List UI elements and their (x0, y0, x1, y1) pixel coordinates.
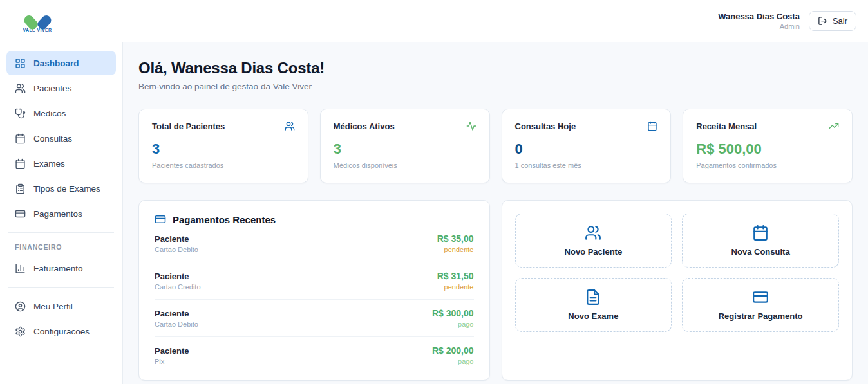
gear-icon (15, 326, 26, 337)
sidebar-item-medicos[interactable]: Medicos (6, 101, 116, 125)
register-payment-button[interactable]: Registrar Pagamento (682, 278, 839, 332)
logout-button[interactable]: Sair (809, 11, 856, 31)
stat-value: R$ 500,00 (696, 141, 839, 158)
payment-row: Paciente Cartao Debito R$ 35,00 pendente (155, 225, 474, 262)
sidebar-item-dashboard[interactable]: Dashboard (6, 51, 116, 75)
page-title: Olá, Wanessa Dias Costa! (138, 59, 853, 77)
payment-amount: R$ 35,00 (437, 233, 474, 244)
sidebar-divider (8, 232, 114, 233)
credit-card-icon (15, 208, 26, 219)
sidebar-item-configuracoes[interactable]: Configuracoes (6, 319, 116, 343)
payment-method: Cartao Debito (155, 246, 198, 253)
sidebar-item-label: Meu Perfil (33, 302, 73, 311)
sidebar-item-label: Medicos (33, 109, 66, 118)
sidebar-divider (8, 287, 114, 288)
new-patient-button[interactable]: Novo Paciente (515, 214, 672, 268)
calendar-icon (752, 224, 769, 241)
sidebar-item-label: Pagamentos (33, 209, 82, 219)
payment-status-badge: pago (432, 320, 474, 328)
payment-patient: Paciente (155, 309, 198, 318)
bottom-row: Pagamentos Recentes Paciente Cartao Debi… (138, 200, 853, 381)
heart-logo-icon (28, 10, 47, 26)
logout-icon (818, 16, 827, 26)
sidebar-item-exames[interactable]: Exames (6, 151, 116, 176)
payment-patient: Paciente (155, 234, 198, 244)
action-label: Registrar Pagamento (719, 311, 803, 321)
stat-title: Receita Mensal (696, 122, 757, 131)
action-label: Novo Paciente (565, 247, 623, 257)
credit-card-icon (155, 214, 166, 225)
grid-icon (15, 58, 26, 69)
app-logo: VALE VIVER (19, 10, 55, 32)
stat-value: 3 (152, 141, 295, 158)
file-text-icon (585, 289, 601, 306)
users-icon (285, 121, 295, 131)
payments-list: Paciente Cartao Debito R$ 35,00 pendente… (155, 225, 474, 374)
payment-amount: R$ 31,50 (437, 271, 474, 281)
action-label: Novo Exame (568, 311, 618, 321)
action-label: Nova Consulta (731, 247, 790, 257)
sidebar-item-label: Dashboard (33, 59, 79, 68)
topbar: VALE VIVER Wanessa Dias Costa Admin Sair (0, 0, 868, 42)
new-consultation-button[interactable]: Nova Consulta (682, 214, 839, 268)
payment-patient: Paciente (155, 346, 189, 356)
calendar-icon (15, 133, 26, 144)
quick-actions-panel: Novo Paciente Nova Consulta Novo Exame R… (502, 200, 853, 381)
user-circle-icon (15, 301, 26, 312)
payment-row: Paciente Cartao Debito R$ 300,00 pago (155, 300, 474, 337)
sidebar-item-label: Pacientes (33, 84, 71, 93)
payment-status-badge: pendente (437, 246, 474, 253)
sidebar-item-label: Faturamento (33, 264, 83, 273)
payment-patient: Paciente (155, 271, 201, 281)
stat-sublabel: Pagamentos confirmados (696, 161, 839, 169)
payment-status-badge: pendente (437, 283, 474, 291)
sidebar-item-faturamento[interactable]: Faturamento (6, 256, 116, 280)
stat-title: Total de Pacientes (152, 122, 225, 131)
stethoscope-icon (15, 108, 26, 119)
trending-up-icon (829, 121, 839, 131)
sidebar-item-consultas[interactable]: Consultas (6, 126, 116, 151)
stat-value: 3 (334, 141, 476, 158)
recent-payments-panel: Pagamentos Recentes Paciente Cartao Debi… (138, 200, 490, 381)
payment-method: Cartao Debito (155, 320, 198, 328)
sidebar-item-label: Tipos de Exames (33, 184, 100, 194)
user-meta: Wanessa Dias Costa Admin (718, 12, 800, 30)
financeiro-section-label: FINANCEIRO (6, 239, 116, 256)
stat-card-medicos-ativos: Médicos Ativos 3 Médicos disponíveis (320, 109, 490, 183)
payment-amount: R$ 300,00 (432, 308, 474, 318)
stat-sublabel: Pacientes cadastrados (152, 161, 295, 169)
user-area: Wanessa Dias Costa Admin Sair (718, 11, 856, 31)
calendar-icon (647, 121, 657, 131)
sidebar: Dashboard Pacientes Medicos Consultas Ex… (0, 42, 123, 384)
bar-chart-icon (15, 263, 26, 274)
sidebar-item-pagamentos[interactable]: Pagamentos (6, 201, 116, 226)
user-name: Wanessa Dias Costa (718, 12, 800, 21)
stat-card-consultas-hoje: Consultas Hoje 0 1 consultas este mês (502, 109, 672, 183)
sidebar-item-tipos-de-exames[interactable]: Tipos de Exames (6, 176, 116, 201)
user-role: Admin (718, 23, 800, 30)
page-subtitle: Bem-vindo ao painel de gestão da Vale Vi… (138, 82, 853, 91)
stat-title: Médicos Ativos (334, 122, 395, 131)
payment-row: Paciente Pix R$ 200,00 pago (155, 337, 474, 374)
new-exam-button[interactable]: Novo Exame (515, 278, 672, 332)
stat-card-total-pacientes: Total de Pacientes 3 Pacientes cadastrad… (138, 109, 308, 183)
stat-sublabel: Médicos disponíveis (334, 161, 476, 169)
payment-amount: R$ 200,00 (432, 345, 474, 356)
stat-card-receita-mensal: Receita Mensal R$ 500,00 Pagamentos conf… (683, 109, 853, 183)
payment-method: Pix (155, 358, 189, 365)
sidebar-item-label: Configuracoes (33, 327, 90, 336)
sidebar-item-label: Consultas (33, 134, 72, 143)
sidebar-item-pacientes[interactable]: Pacientes (6, 76, 116, 100)
logo-title: VALE VIVER (23, 28, 52, 32)
payment-method: Cartao Credito (155, 283, 201, 291)
stats-row: Total de Pacientes 3 Pacientes cadastrad… (138, 109, 853, 183)
calendar-icon (15, 158, 26, 169)
payment-status-badge: pago (432, 358, 474, 365)
sidebar-item-meu-perfil[interactable]: Meu Perfil (6, 294, 116, 318)
stat-sublabel: 1 consultas este mês (515, 161, 658, 169)
credit-card-icon (752, 289, 769, 306)
users-icon (15, 83, 26, 94)
main-content: Olá, Wanessa Dias Costa! Bem-vindo ao pa… (123, 42, 868, 384)
clipboard-icon (15, 183, 26, 194)
panel-title: Pagamentos Recentes (173, 214, 276, 225)
